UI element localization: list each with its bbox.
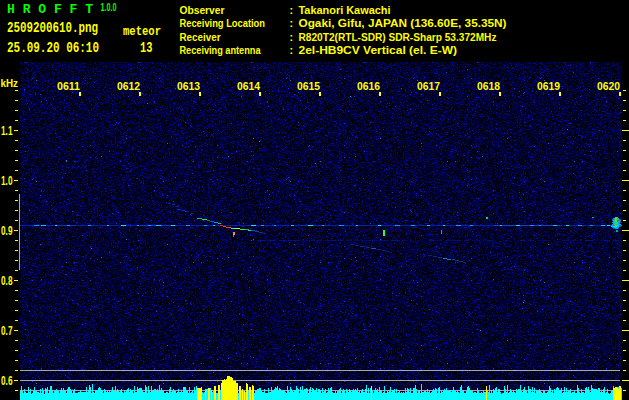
svg-text:13: 13 (140, 40, 153, 56)
svg-text::: : (290, 31, 294, 43)
svg-text:0.7: 0.7 (1, 324, 13, 338)
svg-text:0619: 0619 (537, 80, 560, 92)
svg-text:0614: 0614 (237, 80, 261, 92)
svg-text:1.0.0: 1.0.0 (101, 2, 117, 13)
svg-text:meteor: meteor (123, 25, 161, 39)
svg-text:2el-HB9CV Vertical (el. E-W): 2el-HB9CV Vertical (el. E-W) (299, 44, 458, 56)
svg-text:R820T2(RTL-SDR) SDR-Sharp 53.3: R820T2(RTL-SDR) SDR-Sharp 53.372MHz (299, 31, 498, 43)
svg-text:0615: 0615 (297, 80, 321, 92)
svg-text:H R O F F T: H R O F F T (7, 3, 93, 17)
svg-text:1.0: 1.0 (1, 174, 13, 188)
svg-text:Receiving antenna: Receiving antenna (180, 44, 262, 56)
svg-text::: : (290, 44, 294, 56)
svg-text:0617: 0617 (417, 80, 440, 92)
svg-text::: : (290, 4, 294, 16)
svg-text:0620: 0620 (597, 80, 620, 92)
svg-text:0.6: 0.6 (1, 374, 13, 388)
svg-text:1.1: 1.1 (1, 124, 13, 138)
svg-text:0616: 0616 (357, 80, 380, 92)
svg-text:0611: 0611 (57, 80, 81, 92)
svg-text:0618: 0618 (477, 80, 500, 92)
svg-text:Receiving Location: Receiving Location (180, 17, 266, 29)
svg-text:Takanori Kawachi: Takanori Kawachi (299, 4, 391, 16)
svg-text:0612: 0612 (117, 80, 140, 92)
svg-text:Receiver: Receiver (180, 31, 222, 43)
svg-text:kHz: kHz (1, 77, 19, 89)
svg-text:0613: 0613 (177, 80, 200, 92)
svg-text:Observer: Observer (180, 4, 226, 16)
svg-text::: : (290, 17, 294, 29)
svg-text:0.8: 0.8 (1, 274, 13, 288)
svg-text:2509200610.png: 2509200610.png (7, 20, 98, 36)
svg-text:Ogaki, Gifu, JAPAN (136.60E, 3: Ogaki, Gifu, JAPAN (136.60E, 35.35N) (299, 17, 507, 29)
svg-text:0.9: 0.9 (1, 224, 13, 238)
svg-text:25.09.20 06:10: 25.09.20 06:10 (7, 40, 99, 56)
